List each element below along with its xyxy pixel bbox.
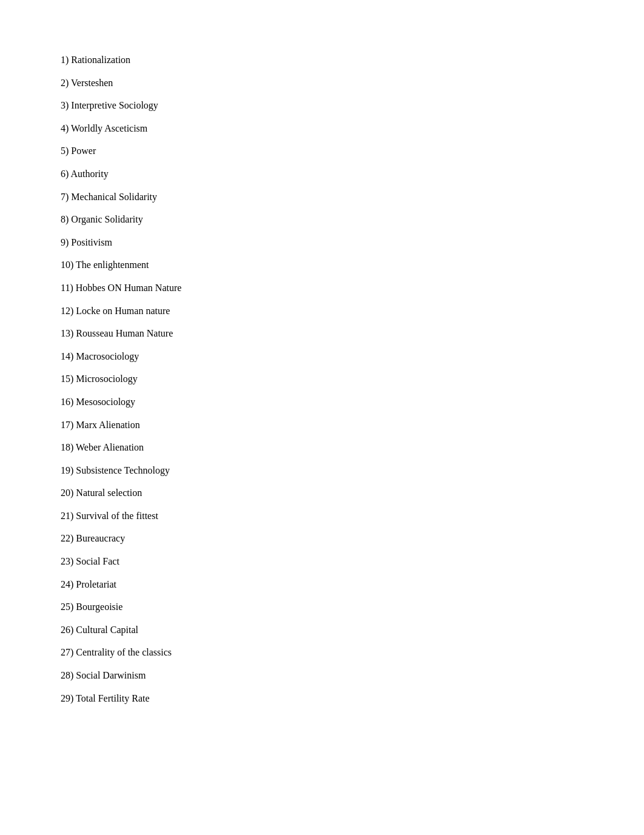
list-item: 20) Natural selection bbox=[61, 481, 583, 505]
list-item: 27) Centrality of the classics bbox=[61, 641, 583, 664]
list-item-label: Positivism bbox=[69, 237, 112, 247]
list-item-label: Microsociology bbox=[73, 374, 137, 384]
list-item-number: 16) bbox=[61, 397, 73, 407]
list-item-number: 2) bbox=[61, 78, 69, 88]
list-item: 16) Mesosociology bbox=[61, 391, 583, 414]
list-item: 7) Mechanical Solidarity bbox=[61, 186, 583, 209]
list-item-label: Bourgeoisie bbox=[73, 602, 122, 612]
list-item: 5) Power bbox=[61, 139, 583, 163]
list-item-number: 15) bbox=[61, 374, 73, 384]
list-item-label: Authority bbox=[69, 169, 108, 179]
list-item-label: Proletariat bbox=[73, 579, 116, 589]
list-item: 12) Locke on Human nature bbox=[61, 300, 583, 323]
list-item-label: Total Fertility Rate bbox=[73, 693, 149, 703]
list-item-number: 1) bbox=[61, 55, 69, 65]
list-item-number: 4) bbox=[61, 123, 69, 133]
list-item-number: 28) bbox=[61, 670, 73, 680]
list-item: 11) Hobbes ON Human Nature bbox=[61, 277, 583, 300]
list-item: 1) Rationalization bbox=[61, 49, 583, 72]
list-item-label: Macrosociology bbox=[73, 351, 139, 361]
list-item-label: Bureaucracy bbox=[73, 533, 125, 543]
list-item-number: 10) bbox=[61, 260, 73, 270]
list-item-label: Versteshen bbox=[69, 78, 113, 88]
list-item: 22) Bureaucracy bbox=[61, 527, 583, 550]
list-item-label: Rousseau Human Nature bbox=[73, 328, 173, 338]
list-item-number: 23) bbox=[61, 556, 73, 566]
list-item: 10) The enlightenment bbox=[61, 253, 583, 277]
list-item-number: 29) bbox=[61, 693, 73, 703]
list-item-number: 7) bbox=[61, 192, 69, 202]
list-item-number: 13) bbox=[61, 328, 73, 338]
list-item-label: Locke on Human nature bbox=[73, 306, 170, 316]
list-item-number: 11) bbox=[61, 283, 73, 293]
list-item: 23) Social Fact bbox=[61, 550, 583, 573]
list-item: 29) Total Fertility Rate bbox=[61, 687, 583, 710]
list-item-number: 21) bbox=[61, 511, 73, 521]
main-list: 1) Rationalization2) Versteshen3) Interp… bbox=[61, 49, 583, 709]
list-item-label: The enlightenment bbox=[73, 260, 149, 270]
list-item-number: 6) bbox=[61, 169, 69, 179]
list-item-label: Weber Alienation bbox=[73, 442, 144, 452]
list-item-number: 9) bbox=[61, 237, 69, 247]
list-item-number: 3) bbox=[61, 100, 69, 110]
list-item: 3) Interpretive Sociology bbox=[61, 94, 583, 117]
list-item-number: 8) bbox=[61, 214, 69, 224]
list-item-number: 24) bbox=[61, 579, 73, 589]
list-item-label: Mechanical Solidarity bbox=[69, 192, 157, 202]
list-item-label: Social Darwinism bbox=[73, 670, 146, 680]
list-item-number: 19) bbox=[61, 465, 73, 475]
list-item: 28) Social Darwinism bbox=[61, 664, 583, 687]
list-item: 18) Weber Alienation bbox=[61, 436, 583, 459]
list-item-label: Social Fact bbox=[73, 556, 119, 566]
list-item: 15) Microsociology bbox=[61, 367, 583, 391]
list-item-number: 17) bbox=[61, 420, 73, 430]
list-item-label: Organic Solidarity bbox=[69, 214, 143, 224]
list-item-label: Rationalization bbox=[69, 55, 130, 65]
list-item-label: Mesosociology bbox=[73, 397, 135, 407]
list-item-label: Power bbox=[69, 146, 96, 156]
list-item-number: 26) bbox=[61, 625, 73, 635]
list-item: 17) Marx Alienation bbox=[61, 414, 583, 437]
list-item: 2) Versteshen bbox=[61, 72, 583, 95]
list-item-number: 27) bbox=[61, 647, 73, 657]
list-item-label: Centrality of the classics bbox=[73, 647, 172, 657]
list-item-number: 20) bbox=[61, 488, 73, 498]
list-item: 26) Cultural Capital bbox=[61, 619, 583, 642]
list-item-number: 12) bbox=[61, 306, 73, 316]
list-item: 8) Organic Solidarity bbox=[61, 208, 583, 231]
list-item-label: Worldly Asceticism bbox=[69, 123, 147, 133]
list-item: 13) Rousseau Human Nature bbox=[61, 322, 583, 345]
list-item: 19) Subsistence Technology bbox=[61, 459, 583, 482]
list-item: 21) Survival of the fittest bbox=[61, 505, 583, 528]
list-item-label: Marx Alienation bbox=[73, 420, 139, 430]
list-item: 4) Worldly Asceticism bbox=[61, 117, 583, 140]
list-item: 14) Macrosociology bbox=[61, 345, 583, 368]
list-item-label: Natural selection bbox=[73, 488, 142, 498]
list-item-number: 18) bbox=[61, 442, 73, 452]
list-item-number: 5) bbox=[61, 146, 69, 156]
list-item-label: Cultural Capital bbox=[73, 625, 138, 635]
list-item: 9) Positivism bbox=[61, 231, 583, 254]
list-item: 6) Authority bbox=[61, 163, 583, 186]
list-item-label: Interpretive Sociology bbox=[69, 100, 158, 110]
list-item-number: 14) bbox=[61, 351, 73, 361]
list-item-number: 25) bbox=[61, 602, 73, 612]
list-item-label: Subsistence Technology bbox=[73, 465, 170, 475]
list-item-label: Survival of the fittest bbox=[73, 511, 158, 521]
list-item-label: Hobbes ON Human Nature bbox=[73, 283, 182, 293]
list-item: 25) Bourgeoisie bbox=[61, 595, 583, 619]
list-item-number: 22) bbox=[61, 533, 73, 543]
list-item: 24) Proletariat bbox=[61, 573, 583, 596]
